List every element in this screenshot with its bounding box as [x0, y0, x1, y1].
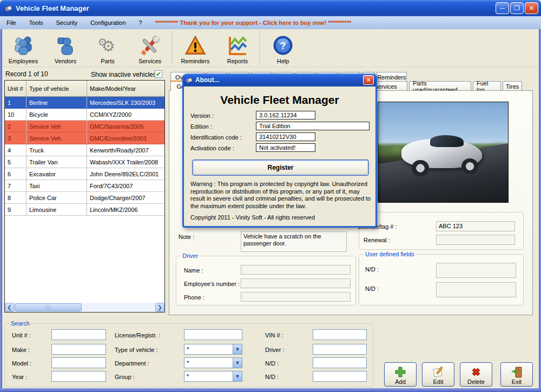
exit-button[interactable]: Exit — [500, 362, 533, 387]
horizontal-scrollbar[interactable]: ❮ ❯ — [5, 303, 164, 312]
edit-button[interactable]: Edit — [422, 362, 454, 387]
udf2-field[interactable] — [436, 282, 516, 297]
column-header-make[interactable]: Make/Model/Year — [87, 81, 164, 96]
driver-name-field[interactable] — [241, 265, 351, 275]
close-button[interactable]: ✕ — [525, 2, 538, 14]
renewal-label: Renewal : — [364, 237, 390, 243]
table-row[interactable]: 1 Berline Mercedes/SLK 230/2003 — [5, 97, 164, 109]
exit-button-label: Exit — [512, 378, 522, 385]
udf1-label: N/D : — [365, 266, 379, 273]
table-row[interactable]: 9 Limousine Lincoln/MKZ/2006 — [5, 204, 164, 216]
cell-make: CCM/XYZ/2000 — [87, 109, 164, 120]
table-row[interactable]: 8 Police Car Dodge/Charger/2007 — [5, 192, 164, 204]
chevron-down-icon[interactable]: ▼ — [233, 371, 242, 381]
search-group-select[interactable]: * ▼ — [184, 371, 242, 382]
toolbar-reminders-button[interactable]: Reminders — [174, 30, 216, 66]
toolbar-services-button[interactable]: Services — [129, 30, 171, 66]
cell-unit: 9 — [5, 204, 27, 215]
toolbar-parts-button[interactable]: ⚙⚙ Parts — [87, 30, 129, 66]
tab-tires[interactable]: Tires — [503, 81, 522, 91]
parts-icon: ⚙⚙ — [97, 35, 118, 56]
cell-type: Bicycle — [27, 109, 87, 120]
renewal-field[interactable] — [436, 235, 515, 245]
search-nd1-input[interactable] — [313, 357, 367, 368]
buy-now-link[interactable]: ********** Thank you for your support - … — [149, 16, 358, 29]
cell-type: Taxi — [27, 180, 87, 191]
about-dialog: About... ✕ Vehicle Fleet Manager Version… — [182, 74, 377, 228]
cell-make: John Deere/892ELC/2001 — [87, 168, 164, 180]
search-department-select[interactable]: * ▼ — [184, 357, 242, 368]
minimize-button[interactable]: ─ — [496, 2, 509, 14]
table-row[interactable]: 5 Trailer Van Wabash/XXX Trailer/2008 — [5, 156, 164, 168]
show-inactive-checkbox[interactable]: ✔ — [155, 70, 162, 78]
window-border — [0, 388, 541, 392]
tab-fuel-log[interactable]: Fuel log — [473, 81, 501, 91]
menu-help[interactable]: ? — [133, 16, 149, 29]
add-button[interactable]: Add — [384, 362, 417, 387]
driver-phone-field[interactable] — [241, 292, 351, 302]
table-row[interactable]: 2 Service Veh. GMC/Savanna/2005 — [5, 121, 164, 132]
search-nd2-input[interactable] — [313, 371, 367, 382]
titlebar[interactable]: Vehicle Fleet Manager ─ ❒ ✕ — [0, 0, 541, 16]
delete-x-icon — [470, 366, 482, 378]
window-border — [0, 29, 2, 392]
search-vin-input[interactable] — [313, 329, 367, 340]
search-driver-input[interactable] — [313, 344, 367, 355]
search-driver-label: Driver : — [265, 347, 284, 353]
toolbar-reports-button[interactable]: Reports — [216, 30, 259, 66]
menu-tools[interactable]: Tools — [23, 16, 50, 29]
column-header-type[interactable]: Type of vehicle — [27, 81, 87, 96]
toolbar-employees-button[interactable]: Employees — [2, 30, 44, 66]
window-border — [539, 29, 541, 392]
tab-parts-used[interactable]: Parts used/guaranteed — [409, 81, 471, 91]
about-close-button[interactable]: ✕ — [363, 75, 374, 85]
menu-configuration[interactable]: Configuration — [84, 16, 132, 29]
register-button[interactable]: Register — [192, 160, 369, 176]
note-label: Note : — [179, 234, 194, 240]
table-row[interactable]: 6 Excavator John Deere/892ELC/2001 — [5, 168, 164, 180]
column-header-unit[interactable]: Unit # — [5, 81, 27, 96]
table-row[interactable]: 7 Taxi Ford/7C43/2007 — [5, 180, 164, 192]
search-type-select[interactable]: * ▼ — [184, 344, 242, 355]
cell-make: Mercedes/SLK 230/2003 — [87, 97, 164, 108]
table-row[interactable]: 10 Bicycle CCM/XYZ/2000 — [5, 109, 164, 121]
search-model-input[interactable] — [51, 357, 106, 368]
udf1-field[interactable] — [436, 263, 516, 278]
about-dialog-titlebar[interactable]: About... ✕ — [183, 74, 376, 87]
scrollbar-thumb[interactable] — [15, 303, 82, 311]
search-make-input[interactable] — [51, 344, 106, 355]
reports-icon — [227, 35, 248, 56]
version-label: Version : — [190, 112, 214, 119]
table-row[interactable]: 4 Truck Kenworth/Roady/2007 — [5, 144, 164, 156]
search-license-label: License/Registr. : — [115, 332, 160, 338]
delete-button[interactable]: Delete — [460, 362, 492, 387]
search-year-input[interactable] — [51, 371, 106, 382]
tab-reminders[interactable]: Reminders — [377, 72, 407, 82]
search-unit-label: Unit # : — [12, 332, 31, 338]
menubar: File Tools Security Configuration ? ****… — [0, 16, 541, 29]
search-license-input[interactable] — [184, 329, 242, 340]
employee-number-field[interactable] — [241, 278, 351, 288]
menu-security[interactable]: Security — [49, 16, 84, 29]
scroll-left-arrow-icon[interactable]: ❮ — [5, 303, 14, 312]
vendors-icon — [55, 35, 76, 56]
scroll-right-arrow-icon[interactable]: ❯ — [155, 303, 164, 312]
search-make-label: Make : — [12, 347, 30, 353]
note-field[interactable]: Vehicle have a scratch on the passenger … — [241, 231, 347, 252]
exit-door-icon — [511, 366, 523, 378]
cell-type: Police Car — [27, 192, 87, 203]
table-row[interactable]: 3 Service Veh. GMC/Econoline/2003 — [5, 132, 164, 144]
cell-make: GMC/Econoline/2003 — [87, 132, 164, 144]
driver-phone-label: Phone : — [184, 294, 204, 301]
license-tag-field[interactable]: ABC 123 — [436, 221, 515, 231]
identification-code-value: 31410212V30 — [256, 132, 315, 141]
chevron-down-icon[interactable]: ▼ — [233, 344, 242, 354]
menu-file[interactable]: File — [0, 16, 23, 29]
search-unit-input[interactable] — [51, 329, 106, 340]
toolbar-help-button[interactable]: ? Help — [262, 30, 304, 66]
maximize-button[interactable]: ❒ — [510, 2, 524, 14]
toolbar-vendors-button[interactable]: Vendors — [44, 30, 87, 66]
chevron-down-icon[interactable]: ▼ — [233, 358, 242, 368]
cell-unit: 10 — [5, 109, 27, 120]
search-group-label: Group : — [115, 374, 135, 380]
